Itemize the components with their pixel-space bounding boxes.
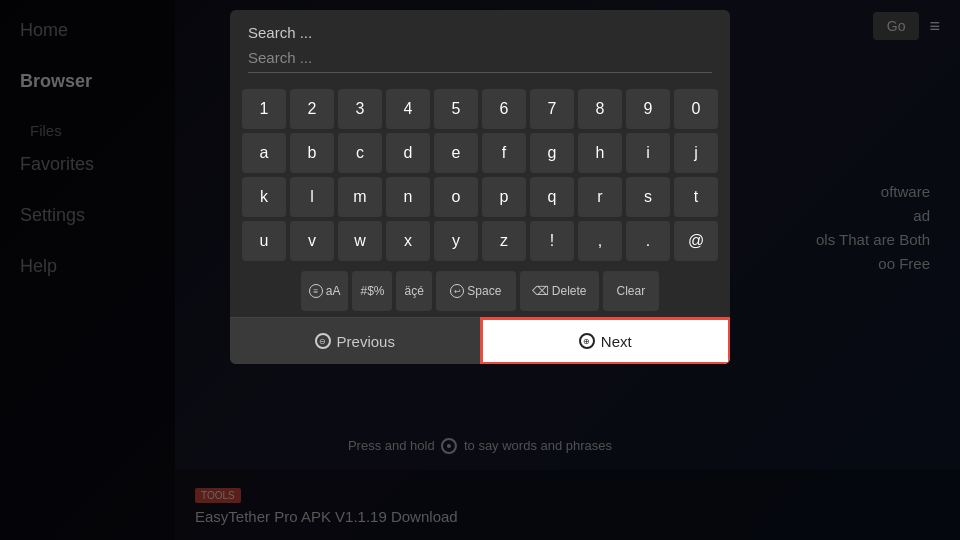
modal-overlay: Search ... Search ... 1 2 3 4 5 6 7 8 9 … <box>0 0 960 540</box>
key-n[interactable]: n <box>386 177 430 217</box>
key-v[interactable]: v <box>290 221 334 261</box>
clear-key[interactable]: Clear <box>603 271 660 311</box>
key-z[interactable]: z <box>482 221 526 261</box>
key-m[interactable]: m <box>338 177 382 217</box>
previous-label: Previous <box>337 333 395 350</box>
key-7[interactable]: 7 <box>530 89 574 129</box>
space-icon: ↩ <box>450 284 464 298</box>
special-row: ≡ aA #$% äçé ↩ Space ⌫ Delete Clear <box>230 267 730 317</box>
key-y[interactable]: y <box>434 221 478 261</box>
abc-label: aA <box>326 284 341 298</box>
key-f[interactable]: f <box>482 133 526 173</box>
key-d[interactable]: d <box>386 133 430 173</box>
row-k-t: k l m n o p q r s t <box>240 177 720 217</box>
key-3[interactable]: 3 <box>338 89 382 129</box>
keyboard-modal: Search ... Search ... 1 2 3 4 5 6 7 8 9 … <box>230 10 730 364</box>
key-9[interactable]: 9 <box>626 89 670 129</box>
key-comma[interactable]: , <box>578 221 622 261</box>
key-g[interactable]: g <box>530 133 574 173</box>
symbols-key[interactable]: #$% <box>352 271 392 311</box>
row-u-at: u v w x y z ! , . @ <box>240 221 720 261</box>
key-p[interactable]: p <box>482 177 526 217</box>
key-b[interactable]: b <box>290 133 334 173</box>
key-6[interactable]: 6 <box>482 89 526 129</box>
abc-toggle[interactable]: ≡ aA <box>301 271 349 311</box>
row-a-j: a b c d e f g h i j <box>240 133 720 173</box>
key-t[interactable]: t <box>674 177 718 217</box>
key-r[interactable]: r <box>578 177 622 217</box>
key-exclaim[interactable]: ! <box>530 221 574 261</box>
delete-key[interactable]: ⌫ Delete <box>520 271 599 311</box>
key-i[interactable]: i <box>626 133 670 173</box>
modal-title: Search ... <box>230 10 730 49</box>
clear-label: Clear <box>617 284 646 298</box>
delete-icon: ⌫ <box>532 284 549 298</box>
next-icon: ⊕ <box>579 333 595 349</box>
key-w[interactable]: w <box>338 221 382 261</box>
key-c[interactable]: c <box>338 133 382 173</box>
symbols-label: #$% <box>360 284 384 298</box>
key-at[interactable]: @ <box>674 221 718 261</box>
space-label: Space <box>467 284 501 298</box>
key-2[interactable]: 2 <box>290 89 334 129</box>
key-8[interactable]: 8 <box>578 89 622 129</box>
key-o[interactable]: o <box>434 177 478 217</box>
delete-label: Delete <box>552 284 587 298</box>
key-e[interactable]: e <box>434 133 478 173</box>
key-x[interactable]: x <box>386 221 430 261</box>
keyboard-grid: 1 2 3 4 5 6 7 8 9 0 a b c d e f g h <box>230 83 730 267</box>
key-l[interactable]: l <box>290 177 334 217</box>
key-k[interactable]: k <box>242 177 286 217</box>
key-q[interactable]: q <box>530 177 574 217</box>
next-label: Next <box>601 333 632 350</box>
key-1[interactable]: 1 <box>242 89 286 129</box>
key-period[interactable]: . <box>626 221 670 261</box>
accent-label: äçé <box>404 284 423 298</box>
nav-row: ⊖ Previous ⊕ Next <box>230 317 730 364</box>
key-h[interactable]: h <box>578 133 622 173</box>
key-j[interactable]: j <box>674 133 718 173</box>
number-row: 1 2 3 4 5 6 7 8 9 0 <box>240 89 720 129</box>
accent-key[interactable]: äçé <box>396 271 431 311</box>
search-field[interactable]: Search ... <box>248 49 712 73</box>
key-s[interactable]: s <box>626 177 670 217</box>
key-u[interactable]: u <box>242 221 286 261</box>
key-a[interactable]: a <box>242 133 286 173</box>
previous-icon: ⊖ <box>315 333 331 349</box>
space-key[interactable]: ↩ Space <box>436 271 516 311</box>
abc-icon: ≡ <box>309 284 323 298</box>
key-0[interactable]: 0 <box>674 89 718 129</box>
key-5[interactable]: 5 <box>434 89 478 129</box>
next-button[interactable]: ⊕ Next <box>481 318 731 364</box>
key-4[interactable]: 4 <box>386 89 430 129</box>
previous-button[interactable]: ⊖ Previous <box>230 318 481 364</box>
